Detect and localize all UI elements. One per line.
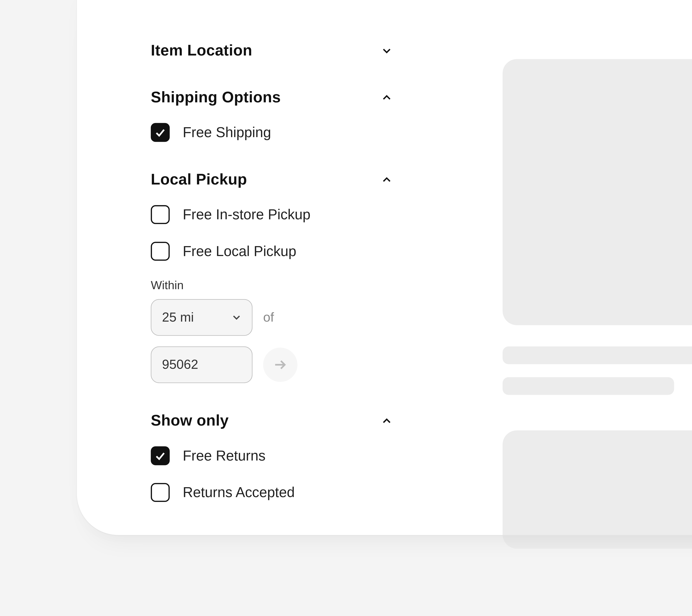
chevron-up-icon bbox=[380, 414, 393, 427]
checkbox-checked-icon bbox=[151, 123, 170, 142]
section-title-shipping-options: Shipping Options bbox=[151, 88, 281, 107]
section-shipping-options: Shipping Options Free Shipping bbox=[151, 88, 393, 142]
section-title-show-only: Show only bbox=[151, 412, 229, 430]
filter-sidebar: Item Location Shipping Options bbox=[151, 41, 393, 502]
option-label: Free In-store Pickup bbox=[183, 206, 310, 223]
chevron-down-icon bbox=[380, 44, 393, 57]
skeleton-line bbox=[503, 347, 692, 364]
skeleton-card bbox=[503, 431, 692, 549]
checkbox-unchecked-icon bbox=[151, 205, 170, 224]
section-title-item-location: Item Location bbox=[151, 41, 252, 60]
option-label: Returns Accepted bbox=[183, 484, 295, 501]
option-label: Free Returns bbox=[183, 447, 266, 464]
chevron-up-icon bbox=[380, 173, 393, 186]
option-free-shipping[interactable]: Free Shipping bbox=[151, 123, 393, 142]
section-title-local-pickup: Local Pickup bbox=[151, 170, 247, 189]
option-free-returns[interactable]: Free Returns bbox=[151, 446, 393, 465]
zip-input[interactable] bbox=[151, 347, 253, 383]
option-label: Free Local Pickup bbox=[183, 243, 296, 260]
section-toggle-local-pickup[interactable]: Local Pickup bbox=[151, 170, 393, 189]
results-skeleton bbox=[503, 59, 692, 549]
option-free-instore-pickup[interactable]: Free In-store Pickup bbox=[151, 205, 393, 224]
section-local-pickup: Local Pickup Free In-store Pickup Free L… bbox=[151, 170, 393, 383]
distance-select[interactable]: 25 mi bbox=[151, 299, 253, 336]
of-label: of bbox=[263, 310, 274, 325]
checkbox-checked-icon bbox=[151, 446, 170, 465]
section-toggle-item-location[interactable]: Item Location bbox=[151, 41, 393, 60]
option-returns-accepted[interactable]: Returns Accepted bbox=[151, 483, 393, 502]
skeleton-card bbox=[503, 59, 692, 325]
arrow-right-icon bbox=[273, 357, 288, 372]
section-toggle-show-only[interactable]: Show only bbox=[151, 412, 393, 430]
checkbox-unchecked-icon bbox=[151, 242, 170, 261]
distance-value: 25 mi bbox=[162, 310, 194, 325]
option-free-local-pickup[interactable]: Free Local Pickup bbox=[151, 242, 393, 261]
chevron-up-icon bbox=[380, 91, 393, 104]
section-item-location: Item Location bbox=[151, 41, 393, 60]
section-toggle-shipping-options[interactable]: Shipping Options bbox=[151, 88, 393, 107]
checkbox-unchecked-icon bbox=[151, 483, 170, 502]
section-show-only: Show only Free Returns Returns Accep bbox=[151, 412, 393, 502]
option-label: Free Shipping bbox=[183, 124, 271, 141]
zip-submit-button[interactable] bbox=[263, 348, 297, 382]
chevron-down-icon bbox=[231, 311, 242, 324]
within-label: Within bbox=[151, 278, 393, 292]
filter-panel: Item Location Shipping Options bbox=[77, 0, 692, 535]
within-block: Within 25 mi of bbox=[151, 278, 393, 383]
skeleton-line bbox=[503, 377, 674, 395]
